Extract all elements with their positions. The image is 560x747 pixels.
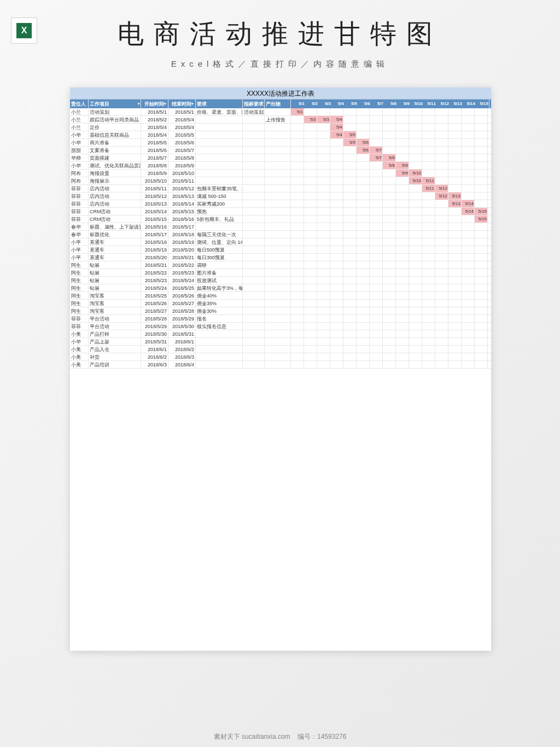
gantt-cell — [370, 223, 383, 230]
gantt-cell — [448, 261, 462, 269]
gantt-cell — [409, 284, 422, 291]
gantt-cell — [304, 261, 317, 269]
gantt-cell: 5/1 — [291, 108, 304, 115]
gantt-cell — [448, 147, 462, 154]
cell-metric — [243, 238, 265, 246]
filter-icon[interactable]: ▾ — [191, 100, 194, 108]
gantt-cell — [396, 300, 409, 307]
header-day: 5/9 — [397, 100, 410, 108]
cell-output — [265, 269, 291, 276]
filter-icon[interactable]: ▾ — [164, 100, 166, 108]
gantt-cell — [370, 300, 383, 307]
cell-req: 每隔三天优化一次 — [196, 231, 243, 238]
cell-end: 2018/5/10 — [168, 170, 196, 177]
gantt-cell — [330, 300, 343, 307]
gantt-cell — [343, 338, 357, 345]
gantt-cell — [422, 139, 435, 146]
gantt-cell — [396, 154, 409, 161]
table-row: 菲菲店内活动2018/5/112018/5/12包顺丰至销量35笔、20元礼品随… — [70, 185, 491, 192]
cell-output — [265, 323, 291, 330]
cell-owner: 阿生 — [70, 307, 89, 314]
cell-output — [265, 330, 291, 337]
cell-metric — [243, 131, 265, 138]
cell-owner: 小平 — [70, 238, 89, 246]
cell-task: 平台活动 — [89, 315, 141, 322]
gantt-cell — [475, 223, 488, 230]
gantt-cell — [422, 108, 435, 115]
gantt-cell — [357, 361, 370, 368]
gantt-cell — [475, 300, 488, 307]
gantt-cell — [396, 353, 409, 360]
gantt-cell: 5/2 — [304, 116, 317, 123]
gantt-cell — [383, 108, 396, 115]
cell-output — [265, 215, 291, 223]
gantt-cell — [330, 215, 343, 223]
gantt-cell — [317, 215, 330, 223]
gantt-cell — [330, 323, 343, 330]
cell-metric — [243, 215, 265, 223]
gantt-cell — [448, 307, 462, 314]
gantt-cell — [291, 246, 304, 253]
cell-start: 2018/5/9 — [141, 170, 168, 177]
header-task[interactable]: 工作项目▾ — [89, 100, 141, 108]
gantt-cell — [370, 139, 383, 146]
cell-req: 包顺丰至销量35笔、20元礼品随包裹 — [196, 185, 243, 192]
gantt-cell — [317, 223, 330, 230]
gantt-cell — [409, 238, 422, 246]
gantt-cell — [475, 124, 488, 131]
header-owner[interactable]: 责任人▾ — [70, 100, 89, 108]
gantt-cell — [448, 361, 462, 368]
gantt-cell — [462, 215, 475, 223]
gantt-cell — [396, 346, 409, 353]
cell-owner: 菲菲 — [70, 323, 89, 330]
cell-end: 2018/5/29 — [168, 315, 196, 322]
gantt-cell — [357, 208, 370, 215]
gantt-cell — [409, 269, 422, 276]
cell-owner: 菲菲 — [70, 208, 89, 215]
table-row: 小华基础信息关联商品2018/5/42018/5/55/45/5 — [70, 131, 491, 139]
gantt-cell — [304, 108, 317, 115]
gantt-cell — [435, 223, 448, 230]
cell-end: 2018/5/28 — [168, 307, 196, 314]
gantt-cell — [383, 208, 396, 215]
cell-task: 海报设置 — [89, 170, 141, 177]
cell-output — [265, 238, 291, 246]
cell-end: 2018/5/25 — [168, 284, 196, 291]
gantt-cell — [462, 231, 475, 238]
gantt-cell — [317, 284, 330, 291]
gantt-cell — [291, 361, 304, 368]
gantt-cell — [304, 254, 317, 261]
gantt-cell — [448, 215, 462, 223]
cell-owner: 阿生 — [70, 269, 89, 276]
cell-metric — [243, 185, 265, 192]
header-req: 要求 — [196, 100, 243, 108]
filter-icon[interactable]: ▾ — [138, 100, 140, 108]
cell-task: 补货 — [89, 353, 141, 360]
gantt-cell — [304, 361, 317, 368]
cell-end: 2018/5/23 — [168, 269, 196, 276]
cell-task: 钻展 — [89, 269, 141, 276]
cell-start: 2018/5/7 — [141, 154, 168, 161]
cell-end: 2018/5/18 — [168, 231, 196, 238]
gantt-cell — [383, 254, 396, 261]
gantt-cell — [357, 192, 370, 200]
gantt-cell — [370, 353, 383, 360]
gantt-cell — [383, 346, 396, 353]
cell-req: 如果转化高于3%，每日预算500 — [196, 284, 243, 291]
gantt-cell — [396, 261, 409, 269]
gantt-cell — [475, 177, 488, 184]
cell-end: 2018/5/16 — [168, 215, 196, 223]
header-start[interactable]: 开始时间▾ — [141, 100, 168, 108]
header-end[interactable]: 结束时间▾ — [168, 100, 196, 108]
gantt-cell — [448, 139, 462, 146]
table-row: 小美产品打样2018/5/302018/5/31 — [70, 330, 491, 338]
gantt-cell — [291, 307, 304, 314]
cell-end: 2018/5/26 — [168, 292, 196, 299]
cell-task: 淘宝客 — [89, 292, 141, 299]
gantt-cell — [448, 284, 462, 291]
cell-metric — [243, 338, 265, 345]
cell-metric — [243, 124, 265, 131]
gantt-cell — [462, 108, 475, 115]
gantt-cell — [343, 269, 357, 276]
cell-end: 2018/5/11 — [168, 177, 196, 184]
